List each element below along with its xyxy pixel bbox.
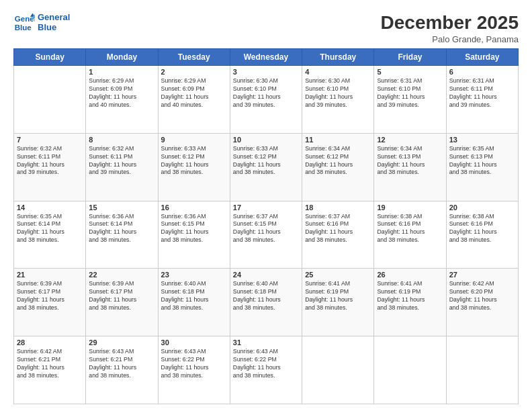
calendar-day-cell: 29Sunrise: 6:43 AM Sunset: 6:21 PM Dayli… <box>86 336 158 404</box>
calendar-day-cell: 23Sunrise: 6:40 AM Sunset: 6:18 PM Dayli… <box>158 269 230 336</box>
calendar-day-cell: 20Sunrise: 6:38 AM Sunset: 6:16 PM Dayli… <box>446 201 518 269</box>
day-number: 7 <box>17 136 83 144</box>
day-info: Sunrise: 6:42 AM Sunset: 6:20 PM Dayligh… <box>449 280 515 312</box>
day-number: 12 <box>377 136 443 144</box>
day-number: 21 <box>17 271 83 279</box>
day-number: 26 <box>377 271 443 279</box>
day-info: Sunrise: 6:31 AM Sunset: 6:11 PM Dayligh… <box>449 77 515 109</box>
day-info: Sunrise: 6:32 AM Sunset: 6:11 PM Dayligh… <box>17 145 83 177</box>
calendar-day-cell: 5Sunrise: 6:31 AM Sunset: 6:10 PM Daylig… <box>374 66 446 134</box>
calendar-day-cell: 30Sunrise: 6:43 AM Sunset: 6:22 PM Dayli… <box>158 336 230 404</box>
calendar-day-cell: 27Sunrise: 6:42 AM Sunset: 6:20 PM Dayli… <box>446 269 518 336</box>
calendar-day-cell: 12Sunrise: 6:34 AM Sunset: 6:13 PM Dayli… <box>374 133 446 201</box>
calendar-week-row: 7Sunrise: 6:32 AM Sunset: 6:11 PM Daylig… <box>14 133 519 201</box>
header: General Blue General Blue December 2025 … <box>13 12 519 44</box>
calendar-day-cell <box>446 336 518 404</box>
day-number: 4 <box>305 68 371 76</box>
day-info: Sunrise: 6:36 AM Sunset: 6:14 PM Dayligh… <box>89 213 154 245</box>
calendar-weekday-tuesday: Tuesday <box>158 49 230 66</box>
calendar-day-cell: 21Sunrise: 6:39 AM Sunset: 6:17 PM Dayli… <box>14 269 86 336</box>
calendar-day-cell <box>374 336 446 404</box>
day-number: 19 <box>377 203 443 212</box>
title-block: December 2025 Palo Grande, Panama <box>381 12 519 44</box>
day-number: 5 <box>377 68 443 76</box>
calendar-day-cell: 28Sunrise: 6:42 AM Sunset: 6:21 PM Dayli… <box>14 336 86 404</box>
day-info: Sunrise: 6:30 AM Sunset: 6:10 PM Dayligh… <box>305 77 371 109</box>
calendar-day-cell: 18Sunrise: 6:37 AM Sunset: 6:16 PM Dayli… <box>302 201 374 269</box>
day-info: Sunrise: 6:29 AM Sunset: 6:09 PM Dayligh… <box>89 77 154 109</box>
day-number: 11 <box>305 136 371 144</box>
calendar-day-cell: 14Sunrise: 6:35 AM Sunset: 6:14 PM Dayli… <box>14 201 86 269</box>
svg-text:Blue: Blue <box>15 24 32 32</box>
calendar-day-cell: 7Sunrise: 6:32 AM Sunset: 6:11 PM Daylig… <box>14 133 86 201</box>
day-info: Sunrise: 6:37 AM Sunset: 6:15 PM Dayligh… <box>233 213 299 245</box>
calendar-day-cell: 19Sunrise: 6:38 AM Sunset: 6:16 PM Dayli… <box>374 201 446 269</box>
day-number: 2 <box>161 68 227 76</box>
calendar-day-cell: 8Sunrise: 6:32 AM Sunset: 6:11 PM Daylig… <box>86 133 158 201</box>
calendar-day-cell: 11Sunrise: 6:34 AM Sunset: 6:12 PM Dayli… <box>302 133 374 201</box>
day-info: Sunrise: 6:40 AM Sunset: 6:18 PM Dayligh… <box>161 280 227 312</box>
calendar-day-cell: 6Sunrise: 6:31 AM Sunset: 6:11 PM Daylig… <box>446 66 518 134</box>
calendar-day-cell <box>302 336 374 404</box>
day-info: Sunrise: 6:40 AM Sunset: 6:18 PM Dayligh… <box>233 280 299 312</box>
day-number: 29 <box>89 338 154 347</box>
calendar-week-row: 21Sunrise: 6:39 AM Sunset: 6:17 PM Dayli… <box>14 269 519 336</box>
day-number: 16 <box>161 203 227 212</box>
day-info: Sunrise: 6:33 AM Sunset: 6:12 PM Dayligh… <box>233 145 299 177</box>
calendar-day-cell: 26Sunrise: 6:41 AM Sunset: 6:19 PM Dayli… <box>374 269 446 336</box>
calendar-day-cell: 4Sunrise: 6:30 AM Sunset: 6:10 PM Daylig… <box>302 66 374 134</box>
calendar-week-row: 14Sunrise: 6:35 AM Sunset: 6:14 PM Dayli… <box>14 201 519 269</box>
day-info: Sunrise: 6:32 AM Sunset: 6:11 PM Dayligh… <box>89 145 154 177</box>
calendar-week-row: 28Sunrise: 6:42 AM Sunset: 6:21 PM Dayli… <box>14 336 519 404</box>
day-number: 17 <box>233 203 299 212</box>
day-number: 8 <box>89 136 154 144</box>
day-number: 10 <box>233 136 299 144</box>
day-number: 14 <box>17 203 83 212</box>
day-info: Sunrise: 6:41 AM Sunset: 6:19 PM Dayligh… <box>305 280 371 312</box>
logo-line1: General <box>38 13 70 23</box>
calendar-day-cell: 1Sunrise: 6:29 AM Sunset: 6:09 PM Daylig… <box>86 66 158 134</box>
day-info: Sunrise: 6:29 AM Sunset: 6:09 PM Dayligh… <box>161 77 227 109</box>
day-number: 20 <box>449 203 515 212</box>
day-info: Sunrise: 6:36 AM Sunset: 6:15 PM Dayligh… <box>161 213 227 245</box>
day-number: 1 <box>89 68 154 76</box>
day-number: 25 <box>305 271 371 279</box>
calendar-weekday-monday: Monday <box>86 49 158 66</box>
day-info: Sunrise: 6:33 AM Sunset: 6:12 PM Dayligh… <box>161 145 227 177</box>
day-number: 30 <box>161 338 227 347</box>
calendar-weekday-thursday: Thursday <box>302 49 374 66</box>
day-number: 13 <box>449 136 515 144</box>
calendar-day-cell: 17Sunrise: 6:37 AM Sunset: 6:15 PM Dayli… <box>230 201 302 269</box>
calendar-day-cell: 13Sunrise: 6:35 AM Sunset: 6:13 PM Dayli… <box>446 133 518 201</box>
calendar-day-cell: 25Sunrise: 6:41 AM Sunset: 6:19 PM Dayli… <box>302 269 374 336</box>
calendar-day-cell: 10Sunrise: 6:33 AM Sunset: 6:12 PM Dayli… <box>230 133 302 201</box>
calendar-day-cell: 22Sunrise: 6:39 AM Sunset: 6:17 PM Dayli… <box>86 269 158 336</box>
day-number: 28 <box>17 338 83 347</box>
day-info: Sunrise: 6:37 AM Sunset: 6:16 PM Dayligh… <box>305 213 371 245</box>
day-info: Sunrise: 6:30 AM Sunset: 6:10 PM Dayligh… <box>233 77 299 109</box>
calendar-day-cell: 15Sunrise: 6:36 AM Sunset: 6:14 PM Dayli… <box>86 201 158 269</box>
calendar-weekday-wednesday: Wednesday <box>230 49 302 66</box>
logo-icon: General Blue <box>13 12 35 34</box>
day-info: Sunrise: 6:39 AM Sunset: 6:17 PM Dayligh… <box>17 280 83 312</box>
day-info: Sunrise: 6:38 AM Sunset: 6:16 PM Dayligh… <box>449 213 515 245</box>
day-info: Sunrise: 6:38 AM Sunset: 6:16 PM Dayligh… <box>377 213 443 245</box>
day-info: Sunrise: 6:35 AM Sunset: 6:13 PM Dayligh… <box>449 145 515 177</box>
day-number: 23 <box>161 271 227 279</box>
day-number: 9 <box>161 136 227 144</box>
day-number: 22 <box>89 271 154 279</box>
calendar-day-cell: 2Sunrise: 6:29 AM Sunset: 6:09 PM Daylig… <box>158 66 230 134</box>
calendar-weekday-friday: Friday <box>374 49 446 66</box>
calendar-day-cell: 31Sunrise: 6:43 AM Sunset: 6:22 PM Dayli… <box>230 336 302 404</box>
day-info: Sunrise: 6:39 AM Sunset: 6:17 PM Dayligh… <box>89 280 154 312</box>
day-info: Sunrise: 6:42 AM Sunset: 6:21 PM Dayligh… <box>17 348 83 380</box>
day-number: 3 <box>233 68 299 76</box>
calendar-day-cell: 9Sunrise: 6:33 AM Sunset: 6:12 PM Daylig… <box>158 133 230 201</box>
calendar-header-row: SundayMondayTuesdayWednesdayThursdayFrid… <box>14 49 519 66</box>
calendar-day-cell: 16Sunrise: 6:36 AM Sunset: 6:15 PM Dayli… <box>158 201 230 269</box>
month-title: December 2025 <box>381 12 519 34</box>
calendar-weekday-sunday: Sunday <box>14 49 86 66</box>
day-number: 31 <box>233 338 299 347</box>
day-info: Sunrise: 6:43 AM Sunset: 6:21 PM Dayligh… <box>89 348 154 380</box>
logo: General Blue General Blue <box>13 12 70 34</box>
